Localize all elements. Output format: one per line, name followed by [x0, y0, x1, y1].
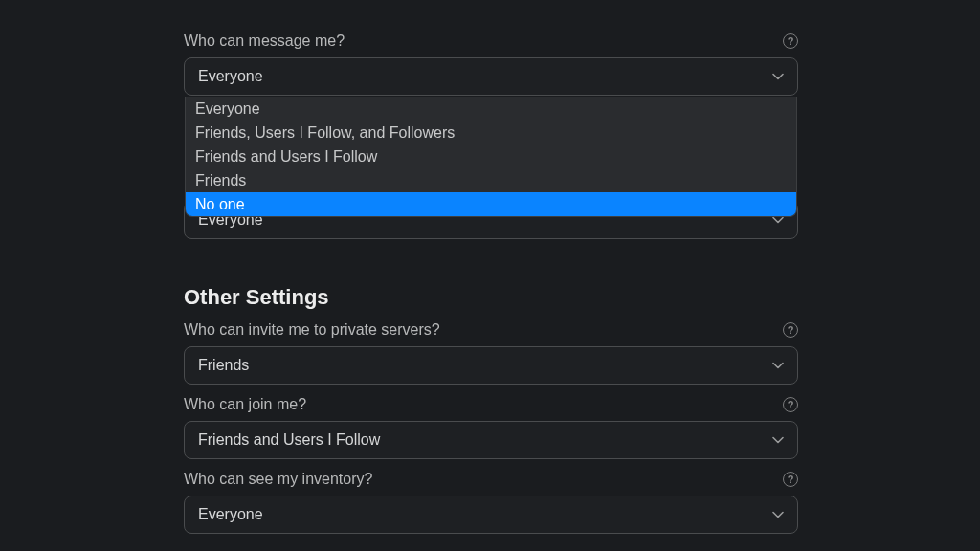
section-header-other: Other Settings [184, 285, 798, 310]
dropdown-option[interactable]: Everyone [186, 97, 796, 121]
select-value: Everyone [198, 68, 263, 85]
dropdown-option[interactable]: Friends [186, 168, 796, 192]
select-value: Friends and Users I Follow [198, 431, 380, 449]
select-join[interactable]: Friends and Users I Follow [184, 421, 798, 459]
help-icon[interactable]: ? [783, 397, 798, 412]
setting-label: Who can invite me to private servers? [184, 321, 440, 339]
setting-label: Who can message me? [184, 33, 345, 50]
setting-join: Who can join me? ? Friends and Users I F… [184, 396, 798, 459]
dropdown-option[interactable]: Friends and Users I Follow [186, 144, 796, 168]
help-icon[interactable]: ? [783, 472, 798, 487]
chevron-down-icon [772, 360, 784, 371]
setting-label: Who can join me? [184, 396, 306, 413]
select-inventory[interactable]: Everyone [184, 496, 798, 534]
setting-message: Who can message me? ? Everyone Everyone … [184, 33, 798, 96]
select-message[interactable]: Everyone Everyone Friends, Users I Follo… [184, 57, 798, 96]
help-icon[interactable]: ? [783, 322, 798, 338]
label-row: Who can see my inventory? ? [184, 471, 798, 488]
setting-label: Who can see my inventory? [184, 471, 372, 488]
dropdown-option-highlight[interactable]: No one [186, 192, 796, 216]
chevron-down-icon [772, 509, 784, 520]
select-value: Friends [198, 357, 249, 374]
select-invite[interactable]: Friends [184, 346, 798, 385]
chevron-down-icon [772, 71, 784, 82]
select-value: Everyone [198, 506, 263, 523]
help-icon[interactable]: ? [783, 33, 798, 49]
label-row: Who can message me? ? [184, 33, 798, 50]
chevron-down-icon [772, 434, 784, 446]
dropdown-option[interactable]: Friends, Users I Follow, and Followers [186, 121, 796, 144]
label-row: Who can invite me to private servers? ? [184, 321, 798, 339]
setting-invite: Who can invite me to private servers? ? … [184, 321, 798, 385]
setting-inventory: Who can see my inventory? ? Everyone [184, 471, 798, 534]
dropdown-message: Everyone Friends, Users I Follow, and Fo… [185, 97, 797, 217]
label-row: Who can join me? ? [184, 396, 798, 413]
